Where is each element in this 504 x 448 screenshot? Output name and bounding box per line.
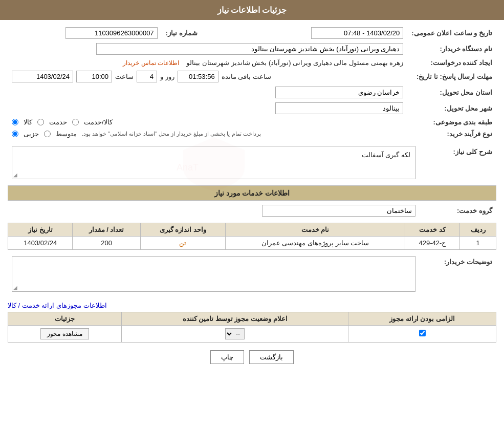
cell-quantity: 200 — [73, 237, 140, 250]
buyer-org-label: نام دستگاه خریدار: — [407, 41, 496, 57]
province-input[interactable] — [275, 87, 403, 98]
col-required: الزامی بودن ارائه مجوز — [348, 312, 496, 326]
cell-status: -- — [122, 326, 348, 343]
city-label: شهر محل تحویل: — [407, 100, 496, 116]
description-value-cell: AnaT لکه گیری آسفالت ◢ — [8, 144, 420, 181]
category-kala-khidmat-radio[interactable] — [72, 119, 79, 125]
col-date: تاریخ نیاز — [8, 223, 73, 237]
back-button[interactable]: بازگشت — [249, 350, 294, 364]
description-box: AnaT لکه گیری آسفالت ◢ — [12, 146, 415, 179]
buyer-org-input[interactable] — [96, 43, 403, 55]
col-service-code: کد خدمت — [405, 223, 460, 237]
category-radio-group: کالا/خدمت خدمت کالا — [12, 118, 403, 126]
announcement-input[interactable] — [311, 27, 403, 39]
purchase-type-value-cell: پرداخت تمام یا بخشی از مبلغ خریدار از مح… — [8, 128, 407, 140]
permissions-header-row: الزامی بودن ارائه مجوز اعلام وضعیت مجوز … — [8, 312, 496, 326]
row-category: طبقه بندی موضوعی: کالا/خدمت خدمت کالا — [8, 116, 496, 128]
purchase-mutawaset-radio[interactable] — [44, 131, 51, 137]
time-label: ساعت — [115, 73, 134, 80]
category-khidmat-radio[interactable] — [37, 119, 44, 125]
buyer-notes-value-cell: ◢ — [8, 254, 420, 294]
cell-required — [348, 326, 496, 343]
permissions-table: الزامی بودن ارائه مجوز اعلام وضعیت مجوز … — [8, 312, 496, 343]
purchase-type-label: نوع فرآیند خرید: — [407, 128, 496, 140]
purchase-jozi-label: جزیی — [24, 130, 39, 138]
permissions-table-body: -- مشاهده مجوز — [8, 326, 496, 343]
purchase-note-text: پرداخت تمام یا بخشی از مبلغ خریدار از مح… — [82, 131, 261, 137]
main-container: جزئیات اطلاعات نیاز تاریخ و ساعت اعلان ع… — [0, 0, 504, 377]
permissions-table-head: الزامی بودن ارائه مجوز اعلام وضعیت مجوز … — [8, 312, 496, 326]
deadline-group: ساعت باقی مانده روز و ساعت — [12, 71, 403, 82]
status-select[interactable]: -- — [225, 328, 245, 339]
notes-resize-icon: ◢ — [13, 285, 17, 290]
cell-details: مشاهده مجوز — [8, 326, 122, 343]
countdown-input[interactable] — [178, 71, 218, 82]
date-input[interactable] — [12, 71, 73, 82]
col-quantity: تعداد / مقدار — [73, 223, 140, 237]
col-status-announce: اعلام وضعیت مجوز توسط تامین کننده — [122, 312, 348, 326]
print-button[interactable]: چاپ — [210, 350, 244, 364]
city-input[interactable] — [275, 102, 403, 114]
buyer-notes-label: توضیحات خریدار: — [420, 254, 496, 294]
col-details: جزئیات — [8, 312, 122, 326]
page-title: جزئیات اطلاعات نیاز — [217, 6, 287, 14]
resize-handle-icon: ◢ — [13, 172, 17, 178]
service-group-value-cell — [8, 203, 420, 219]
row-deadline: مهلت ارسال پاسخ: تا تاریخ: ساعت باقی مان… — [8, 69, 496, 84]
table-row: 1 ج-42-429 ساخت سایر پروژه‌های مهندسی عم… — [8, 237, 496, 250]
services-table: ردیف کد خدمت نام خدمت واحد اندازه گیری ت… — [8, 223, 496, 250]
description-label: شرح کلی نیاز: — [420, 144, 496, 181]
row-creator: ایجاد کننده درخواست: زهره بهمنی مسئول ما… — [8, 57, 496, 69]
need-number-input[interactable] — [65, 27, 158, 39]
category-label: طبقه بندی موضوعی: — [407, 116, 496, 128]
row-province: استان محل تحویل: — [8, 84, 496, 100]
need-number-label: شماره نیاز: — [162, 25, 238, 41]
required-checkbox[interactable] — [419, 330, 426, 336]
row-service-group: گروه خدمت: — [8, 203, 496, 219]
content-area: تاریخ و ساعت اعلان عمومی: شماره نیاز: نا… — [0, 20, 504, 377]
province-label: استان محل تحویل: — [407, 84, 496, 100]
permissions-title: اطلاعات مجوزهای ارائه خدمت / کالا — [8, 302, 107, 309]
buyer-notes-box: ◢ — [12, 256, 415, 292]
announcement-label: تاریخ و ساعت اعلان عمومی: — [407, 25, 496, 41]
bottom-buttons: بازگشت چاپ — [8, 350, 496, 364]
cell-unit: تن — [140, 237, 226, 250]
category-value-cell: کالا/خدمت خدمت کالا — [8, 116, 407, 128]
purchase-jozi-radio[interactable] — [12, 131, 18, 137]
col-row-num: ردیف — [460, 223, 496, 237]
creator-value-cell: زهره بهمنی مسئول مالی دهیاری ویرانی (نور… — [8, 57, 407, 69]
col-service-name: نام خدمت — [226, 223, 405, 237]
service-group-input[interactable] — [262, 205, 415, 217]
creator-label: ایجاد کننده درخواست: — [407, 57, 496, 69]
services-section-header: اطلاعات خدمات مورد نیاز — [8, 185, 496, 201]
category-kala-label: کالا — [24, 118, 32, 126]
cell-service-name: ساخت سایر پروژه‌های مهندسی عمران — [226, 237, 405, 250]
purchase-mutawaset-label: متوسط — [56, 130, 77, 138]
row-description: شرح کلی نیاز: AnaT لکه گیری آسفالت ◢ — [8, 144, 496, 181]
permissions-section: اطلاعات مجوزهای ارائه خدمت / کالا الزامی… — [8, 299, 496, 343]
row-need-number: تاریخ و ساعت اعلان عمومی: شماره نیاز: — [8, 25, 496, 41]
unit-link[interactable]: تن — [179, 239, 186, 247]
category-khidmat-label: خدمت — [49, 118, 67, 126]
cell-service-code: ج-42-429 — [405, 237, 460, 250]
contact-link[interactable]: اطلاعات تماس خریدار — [123, 59, 179, 67]
service-group-table: گروه خدمت: — [8, 203, 496, 219]
row-buyer-notes: توضیحات خریدار: ◢ — [8, 254, 496, 294]
cell-row-num: 1 — [460, 237, 496, 250]
info-table: تاریخ و ساعت اعلان عمومی: شماره نیاز: نا… — [8, 25, 496, 140]
service-group-label: گروه خدمت: — [420, 203, 496, 219]
deadline-value-cell: ساعت باقی مانده روز و ساعت — [8, 69, 407, 84]
category-kala-khidmat-label: کالا/خدمت — [84, 118, 113, 126]
countdown-label: ساعت باقی مانده — [222, 73, 271, 80]
category-kala-radio[interactable] — [12, 119, 18, 125]
city-value-cell — [8, 100, 407, 116]
row-buyer-org: نام دستگاه خریدار: — [8, 41, 496, 57]
time-input[interactable] — [76, 71, 112, 82]
deadline-label: مهلت ارسال پاسخ: تا تاریخ: — [407, 69, 496, 84]
view-permit-button[interactable]: مشاهده مجوز — [40, 328, 89, 339]
permissions-title-row: اطلاعات مجوزهای ارائه خدمت / کالا — [8, 299, 496, 312]
description-text: لکه گیری آسفالت — [14, 148, 413, 161]
days-input[interactable] — [137, 71, 157, 82]
row-purchase-type: نوع فرآیند خرید: پرداخت تمام یا بخشی از … — [8, 128, 496, 140]
row-city: شهر محل تحویل: — [8, 100, 496, 116]
